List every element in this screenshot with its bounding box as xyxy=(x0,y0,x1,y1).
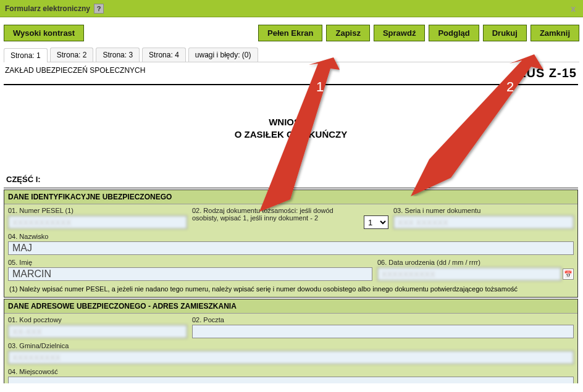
tab-errors[interactable]: uwagi i błędy: (0) xyxy=(188,48,258,62)
section-identification: DANE IDENTYFIKACYJNE UBEZPIECZONEGO 01. … xyxy=(4,190,578,298)
doc-type-select[interactable]: 1 xyxy=(364,215,388,229)
dob-label: 06. Data urodzenia (dd / mm / rrrr) xyxy=(377,259,574,266)
preview-button[interactable]: Podgląd xyxy=(429,25,479,41)
save-button[interactable]: Zapisz xyxy=(326,25,369,41)
form-title: WNIOSEK O ZASIŁEK OPIEKUŃCZY xyxy=(4,85,578,171)
tab-page-4[interactable]: Strona: 4 xyxy=(142,48,186,62)
fullscreen-button[interactable]: Pełen Ekran xyxy=(258,25,322,41)
part-1-label: CZĘŚĆ I: xyxy=(4,171,578,188)
city-label: 04. Miejscowość xyxy=(8,368,574,375)
doc-number-input[interactable] xyxy=(393,215,574,229)
form-code: ZUS Z-15 xyxy=(518,66,577,80)
high-contrast-button[interactable]: Wysoki kontrast xyxy=(4,25,84,41)
tab-page-3[interactable]: Strona: 3 xyxy=(96,48,140,62)
pesel-footnote: (1) Należy wpisać numer PESEL, a jeżeli … xyxy=(4,282,577,297)
calendar-icon[interactable]: 📅 xyxy=(563,269,574,280)
postcode-input[interactable] xyxy=(8,325,187,338)
surname-label: 04. Nazwisko xyxy=(8,233,574,240)
check-button[interactable]: Sprawdź xyxy=(374,25,425,41)
window-titlebar: Formularz elektroniczny ? x xyxy=(0,0,583,17)
tab-page-1[interactable]: Strona: 1 xyxy=(4,48,48,62)
close-button[interactable]: Zamknij xyxy=(531,25,579,41)
tab-page-2[interactable]: Strona: 2 xyxy=(50,48,94,62)
doc-type-label: 02. Rodzaj dokumentu tożsamości: jeśli d… xyxy=(192,207,359,222)
post-label: 02. Poczta xyxy=(192,316,574,323)
window-close-icon[interactable]: x xyxy=(568,4,578,14)
post-input[interactable] xyxy=(192,325,574,338)
firstname-input[interactable] xyxy=(8,267,372,281)
help-icon[interactable]: ? xyxy=(94,4,104,14)
form-scroll-area[interactable]: ZAKŁAD UBEZPIECZEŃ SPOŁECZNYCH ZUS Z-15 … xyxy=(4,62,579,383)
page-tabs: Strona: 1 Strona: 2 Strona: 3 Strona: 4 … xyxy=(4,48,579,62)
section-address: DANE ADRESOWE UBEZPIECZONEGO - ADRES ZAM… xyxy=(4,299,578,383)
section-address-head: DANE ADRESOWE UBEZPIECZONEGO - ADRES ZAM… xyxy=(4,299,577,314)
pesel-input[interactable] xyxy=(8,215,187,229)
pesel-label: 01. Numer PESEL (1) xyxy=(8,207,187,214)
dob-input[interactable] xyxy=(377,267,561,281)
postcode-label: 01. Kod pocztowy xyxy=(8,316,187,323)
form-header: ZAKŁAD UBEZPIECZEŃ SPOŁECZNYCH ZUS Z-15 xyxy=(4,62,578,85)
doc-number-label: 03. Seria i numer dokumentu xyxy=(393,207,574,214)
toolbar: Wysoki kontrast Pełen Ekran Zapisz Spraw… xyxy=(4,21,579,48)
window-title: Formularz elektroniczny xyxy=(5,4,90,13)
district-input[interactable] xyxy=(8,351,574,364)
print-button[interactable]: Drukuj xyxy=(483,25,527,41)
city-input[interactable] xyxy=(8,377,574,383)
form-title-line-1: WNIOSEK xyxy=(4,116,578,128)
form-title-line-2: O ZASIŁEK OPIEKUŃCZY xyxy=(4,128,578,141)
district-label: 03. Gmina/Dzielnica xyxy=(8,342,574,349)
section-identification-head: DANE IDENTYFIKACYJNE UBEZPIECZONEGO xyxy=(4,190,577,204)
agency-name: ZAKŁAD UBEZPIECZEŃ SPOŁECZNYCH xyxy=(5,66,145,75)
surname-input[interactable] xyxy=(8,241,574,255)
firstname-label: 05. Imię xyxy=(8,259,372,266)
